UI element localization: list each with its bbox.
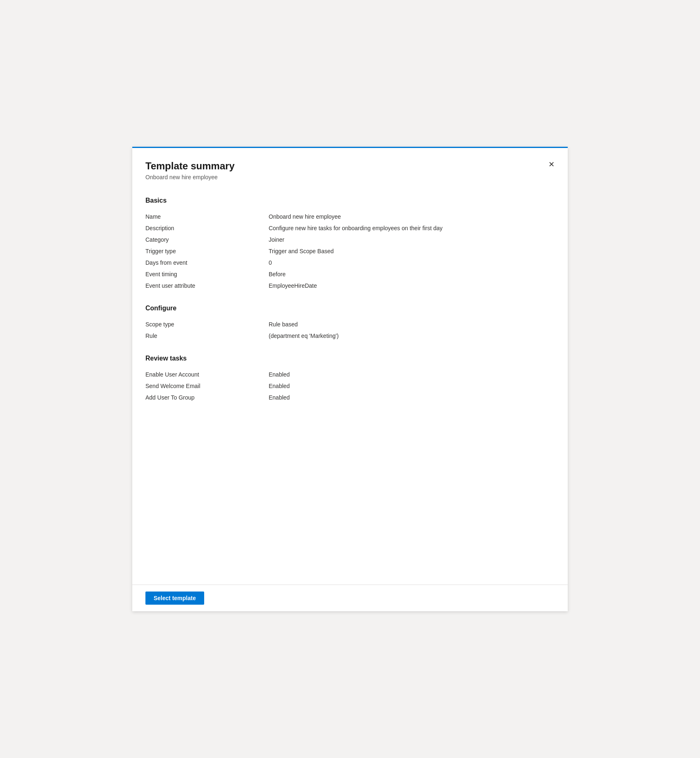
close-button[interactable]: ✕ <box>545 158 558 171</box>
field-label-add-user-to-group: Add User To Group <box>145 394 269 401</box>
configure-section: Configure Scope type Rule based Rule (de… <box>145 305 555 342</box>
field-value-days-from-event: 0 <box>269 259 555 266</box>
field-value-send-welcome-email: Enabled <box>269 383 555 389</box>
field-row-send-welcome-email: Send Welcome Email Enabled <box>145 380 555 392</box>
field-label-rule: Rule <box>145 333 269 339</box>
field-label-description: Description <box>145 225 269 231</box>
field-row-rule: Rule (department eq 'Marketing') <box>145 330 555 342</box>
field-value-event-user-attribute: EmployeeHireDate <box>269 282 555 289</box>
field-label-scope-type: Scope type <box>145 321 269 328</box>
configure-section-title: Configure <box>145 305 555 312</box>
field-value-rule: (department eq 'Marketing') <box>269 333 555 339</box>
field-label-category: Category <box>145 236 269 243</box>
field-row-days-from-event: Days from event 0 <box>145 257 555 268</box>
field-label-days-from-event: Days from event <box>145 259 269 266</box>
field-row-description: Description Configure new hire tasks for… <box>145 222 555 234</box>
panel-subtitle: Onboard new hire employee <box>145 174 555 180</box>
field-value-scope-type: Rule based <box>269 321 555 328</box>
field-row-category: Category Joiner <box>145 234 555 245</box>
field-label-event-user-attribute: Event user attribute <box>145 282 269 289</box>
panel-title: Template summary <box>145 159 555 172</box>
template-summary-panel: Template summary Onboard new hire employ… <box>132 147 568 611</box>
review-tasks-section-title: Review tasks <box>145 355 555 362</box>
field-row-trigger-type: Trigger type Trigger and Scope Based <box>145 245 555 257</box>
field-label-send-welcome-email: Send Welcome Email <box>145 383 269 389</box>
close-icon: ✕ <box>548 160 555 169</box>
field-row-name: Name Onboard new hire employee <box>145 211 555 222</box>
field-value-enable-user-account: Enabled <box>269 371 555 378</box>
select-template-button[interactable]: Select template <box>145 592 204 605</box>
field-label-enable-user-account: Enable User Account <box>145 371 269 378</box>
field-row-event-user-attribute: Event user attribute EmployeeHireDate <box>145 280 555 291</box>
field-value-event-timing: Before <box>269 271 555 277</box>
field-value-trigger-type: Trigger and Scope Based <box>269 248 555 254</box>
panel-header: Template summary Onboard new hire employ… <box>132 148 568 187</box>
field-value-add-user-to-group: Enabled <box>269 394 555 401</box>
field-label-trigger-type: Trigger type <box>145 248 269 254</box>
field-label-event-timing: Event timing <box>145 271 269 277</box>
field-value-description: Configure new hire tasks for onboarding … <box>269 225 555 231</box>
field-value-category: Joiner <box>269 236 555 243</box>
field-row-scope-type: Scope type Rule based <box>145 319 555 330</box>
field-row-enable-user-account: Enable User Account Enabled <box>145 369 555 380</box>
field-row-event-timing: Event timing Before <box>145 268 555 280</box>
basics-section: Basics Name Onboard new hire employee De… <box>145 197 555 291</box>
panel-footer: Select template <box>132 585 568 611</box>
field-value-name: Onboard new hire employee <box>269 213 555 220</box>
panel-content: Basics Name Onboard new hire employee De… <box>132 187 568 585</box>
field-row-add-user-to-group: Add User To Group Enabled <box>145 392 555 403</box>
review-tasks-section: Review tasks Enable User Account Enabled… <box>145 355 555 403</box>
basics-section-title: Basics <box>145 197 555 204</box>
field-label-name: Name <box>145 213 269 220</box>
